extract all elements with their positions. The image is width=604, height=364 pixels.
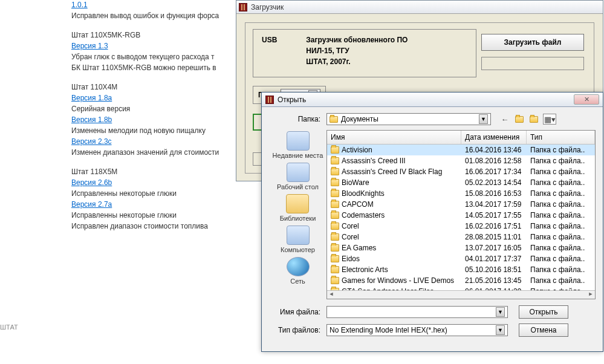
link-v26b[interactable]: Версия 2.6b [71,178,112,187]
file-name: Codemasters [342,211,385,219]
loader-info-box: USB Загрузчик обновленного ПО НИЛ-15, ТГ… [253,29,476,77]
desktop-icon [287,163,310,182]
folder-icon [331,244,339,252]
file-type: Папка с файла.. [527,178,595,187]
folder-icon [331,255,339,262]
open-app-icon [265,96,274,104]
loader-title: Загрузчик [251,3,284,11]
folder-label: Папка: [269,115,326,123]
folder-icon [331,212,339,219]
folder-icon [331,190,339,197]
new-folder-icon[interactable] [528,114,539,125]
loader-titlebar[interactable]: Загрузчик [236,1,603,14]
footer-label: ШТАТ [0,323,18,331]
filename-label: Имя файла: [269,308,326,316]
file-row[interactable]: EA Games13.07.2017 16:05Папка с файла.. [327,242,595,253]
file-name: Games for Windows - LIVE Demos [342,276,454,285]
file-type: Папка с файла.. [527,232,595,242]
place-network[interactable]: Сеть [287,257,310,285]
loader-app-icon [239,3,247,11]
chevron-down-icon[interactable]: ▼ [496,307,505,317]
link-v23c[interactable]: Версия 2.3c [71,137,112,146]
file-date: 05.02.2013 14:54 [461,178,527,187]
file-name: Eidos [342,255,360,263]
file-name: CAPCOM [342,200,374,209]
folder-icon [330,116,338,123]
file-row[interactable]: Codemasters14.05.2017 17:55Папка с файла… [327,210,595,221]
file-row[interactable]: Assassin's Creed IV Black Flag16.06.2017… [327,166,595,177]
folder-up-icon[interactable] [514,114,525,125]
file-list[interactable]: Имя Дата изменения Тип Activision16.04.2… [326,130,596,299]
file-name: Corel [342,222,359,230]
file-row[interactable]: Corel28.08.2015 11:01Папка с файла.. [327,232,595,242]
link-v18a[interactable]: Версия 1.8a [71,94,112,102]
place-computer[interactable]: Компьютер [281,226,315,253]
file-row[interactable]: Electronic Arts05.10.2016 18:51Папка с ф… [327,264,595,275]
horizontal-scrollbar[interactable] [327,290,595,299]
open-file-dialog: Открыть ✕ Папка: Документы ▼ ← ▦▾ [261,92,603,352]
file-row[interactable]: Eidos04.01.2017 17:37Папка с файла.. [327,253,595,264]
place-desktop[interactable]: Рабочий стол [277,163,319,190]
info-line-3: ШТАТ, 2007г. [306,57,408,66]
file-type: Папка с файла.. [527,210,595,220]
filename-box [481,57,584,70]
open-button[interactable]: Открыть [519,305,568,319]
file-date: 13.07.2017 16:05 [461,243,527,253]
file-name: Assassin's Creed IV Black Flag [342,167,442,176]
file-date: 16.06.2017 17:34 [461,167,527,177]
place-recent[interactable]: Недавние места [273,131,323,159]
filetype-label: Тип файлов: [269,326,326,334]
file-type: Папка с файла.. [527,221,595,231]
folder-icon [331,146,339,154]
file-name: EA Games [342,244,376,252]
file-date: 13.04.2017 17:59 [461,200,527,209]
file-row[interactable]: Assassin's Creed III01.08.2016 12:58Папк… [327,155,595,166]
col-name[interactable]: Имя [327,131,461,144]
file-type: Папка с файла.. [527,156,595,166]
file-type: Папка с файла.. [527,167,595,177]
view-menu-icon[interactable]: ▦▾ [543,114,556,125]
file-date: 01.08.2016 12:58 [461,156,527,166]
file-date: 15.08.2016 16:53 [461,189,527,198]
link-v27a[interactable]: Версия 2.7a [71,200,112,209]
link-v18b[interactable]: Версия 1.8b [71,115,112,124]
file-date: 14.05.2017 17:55 [461,210,527,220]
places-bar: Недавние места Рабочий стол Библиотеки К… [269,130,326,299]
filename-input[interactable]: ▼ [326,306,508,318]
computer-icon [287,226,310,245]
folder-icon [331,201,339,208]
nav-back-icon[interactable]: ← [499,114,510,125]
file-date: 16.04.2016 13:46 [461,145,527,155]
file-row[interactable]: Activision16.04.2016 13:46Папка с файла.… [327,145,595,155]
filetype-combo[interactable]: No Extending Mode Intel HEX(*.hex) ▼ [326,324,508,336]
col-date[interactable]: Дата изменения [461,131,527,144]
load-file-button[interactable]: Загрузить файл [481,34,584,51]
file-list-header[interactable]: Имя Дата изменения Тип [327,131,595,145]
open-titlebar[interactable]: Открыть ✕ [262,93,603,107]
chevron-down-icon[interactable]: ▼ [496,325,505,335]
file-type: Папка с файла.. [527,145,595,155]
file-row[interactable]: BloodKnights15.08.2016 16:53Папка с файл… [327,188,595,199]
file-row[interactable]: CAPCOM13.04.2017 17:59Папка с файла.. [327,199,595,210]
file-type: Папка с файла.. [527,265,595,275]
cancel-button[interactable]: Отмена [519,323,568,337]
file-type: Папка с файла.. [527,243,595,253]
place-libraries[interactable]: Библиотеки [280,194,316,222]
file-row[interactable]: GTA San Andreas User Files06.01.2017 11:… [327,286,595,290]
col-type[interactable]: Тип [527,131,595,144]
chevron-down-icon[interactable]: ▼ [479,114,488,124]
link-v101[interactable]: 1.0.1 [71,1,88,9]
link-v13[interactable]: Версия 1.3 [71,42,108,50]
file-date: 28.08.2015 11:01 [461,232,527,242]
recent-places-icon [287,131,310,151]
close-button[interactable]: ✕ [574,94,599,105]
file-row[interactable]: BioWare05.02.2013 14:54Папка с файла.. [327,177,595,188]
file-row[interactable]: Corel16.02.2016 17:51Папка с файла.. [327,221,595,232]
folder-icon [331,179,339,186]
network-icon [287,257,310,276]
file-row[interactable]: Games for Windows - LIVE Demos21.05.2016… [327,275,595,286]
file-name: Electronic Arts [342,265,388,274]
folder-combo[interactable]: Документы ▼ [326,113,491,125]
folder-icon [331,223,339,230]
folder-icon [331,233,339,241]
